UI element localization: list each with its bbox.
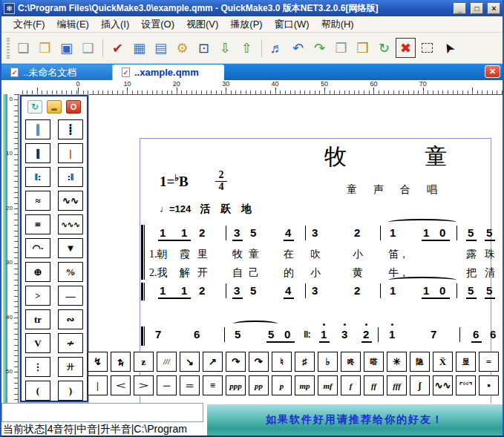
note-0[interactable]: 0 bbox=[439, 226, 445, 239]
lyric-syllable[interactable]: 解 bbox=[180, 266, 190, 280]
flat-button[interactable]: ♭ bbox=[318, 352, 338, 372]
note-5[interactable]: 5 bbox=[486, 284, 492, 297]
menu-item-6[interactable]: 播放(P) bbox=[224, 16, 268, 33]
midi-notes-button[interactable]: ♬ bbox=[266, 38, 287, 58]
trill-button[interactable]: tr bbox=[25, 309, 50, 329]
note-1[interactable]: 1 bbox=[321, 328, 327, 341]
lyric-syllable[interactable]: 露 bbox=[466, 248, 477, 261]
minimize-button[interactable]: _ bbox=[454, 3, 466, 14]
asterisk-button[interactable]: ✳ bbox=[387, 352, 407, 372]
barline[interactable] bbox=[380, 283, 381, 298]
inverted-turn-button[interactable]: ≁ bbox=[58, 333, 83, 353]
paste-button[interactable]: ❒ bbox=[353, 38, 373, 58]
gliss-up-button[interactable]: ↯ bbox=[111, 352, 131, 372]
time-signature[interactable]: 2 4 bbox=[215, 170, 227, 192]
note-3[interactable]: 3 bbox=[234, 226, 240, 239]
lyric-syllable[interactable]: 吹 bbox=[310, 248, 321, 261]
dynamic-fff-button[interactable]: fff bbox=[387, 375, 407, 395]
note-1[interactable]: 1 bbox=[160, 226, 166, 239]
octave-bracket-button[interactable]: ⌜°°⌝ bbox=[456, 375, 476, 395]
show-button[interactable]: 显 bbox=[456, 352, 476, 372]
lyric-syllable[interactable]: 牧 bbox=[232, 248, 243, 261]
promo-banner[interactable]: 如果软件好用请推荐给你的好友！ bbox=[207, 404, 503, 436]
note-2[interactable]: 2 bbox=[354, 226, 360, 239]
dynamic-ppp-button[interactable]: ppp bbox=[226, 375, 246, 395]
double-barline-button[interactable]: ∥ bbox=[25, 143, 50, 163]
wavy-short-button[interactable]: ∿∿ bbox=[58, 191, 83, 211]
dot-mark-button[interactable]: ▪ bbox=[479, 375, 499, 395]
lyric-syllable[interactable]: 里 bbox=[197, 248, 208, 261]
menu-item-8[interactable]: 帮助(H) bbox=[315, 16, 360, 33]
note-1[interactable]: 1 bbox=[423, 226, 429, 239]
menu-item-1[interactable]: 文件(F) bbox=[7, 16, 51, 33]
note-1[interactable]: 1 bbox=[181, 226, 187, 239]
power-icon[interactable]: O bbox=[66, 100, 81, 114]
dynamic-mf-button[interactable]: mf bbox=[318, 375, 338, 395]
note-2[interactable]: 2 bbox=[199, 226, 205, 239]
note-3[interactable]: 3 bbox=[312, 226, 318, 239]
close-button[interactable]: × bbox=[488, 3, 500, 14]
barline[interactable] bbox=[226, 226, 226, 240]
dynamic-p-button[interactable]: p bbox=[272, 375, 292, 395]
note-3[interactable]: 3 bbox=[341, 328, 347, 341]
note-4[interactable]: 4 bbox=[285, 226, 291, 239]
note-5[interactable]: 5 bbox=[250, 284, 256, 297]
segno-button[interactable]: % bbox=[58, 262, 83, 282]
menu-item-7[interactable]: 窗口(W) bbox=[269, 16, 315, 33]
lyric-syllable[interactable]: 2.我 bbox=[149, 266, 168, 280]
lyric-syllable[interactable]: 童 bbox=[249, 248, 259, 261]
dynamic-f-button[interactable]: f bbox=[341, 375, 361, 395]
note-5[interactable]: 5 bbox=[250, 226, 256, 239]
note-7[interactable]: 7 bbox=[431, 328, 436, 341]
decrescendo-button[interactable]: > bbox=[134, 375, 154, 395]
repeat-end-button[interactable]: :‖ bbox=[58, 167, 83, 187]
thick-double-barline-button[interactable]: ║ bbox=[25, 119, 50, 139]
equals-button[interactable]: = bbox=[479, 352, 499, 372]
note-7[interactable]: 7 bbox=[155, 328, 161, 341]
lyric-syllable[interactable]: 自 bbox=[232, 266, 243, 280]
tenuto-button[interactable]: — bbox=[58, 286, 83, 306]
lyric-syllable[interactable]: 牛， bbox=[388, 266, 409, 280]
accent-button[interactable]: > bbox=[25, 286, 50, 306]
bracket-symbol-button[interactable]: 廾 bbox=[58, 357, 83, 377]
vertical-line-button[interactable]: | bbox=[88, 375, 108, 395]
coda-button[interactable]: ⊕ bbox=[25, 262, 50, 282]
import-down-button[interactable]: ⇩ bbox=[215, 38, 235, 58]
note-2[interactable]: 2 bbox=[363, 328, 369, 341]
note-3[interactable]: 3 bbox=[234, 284, 240, 297]
one-beat-line-button[interactable]: ─ bbox=[157, 375, 177, 395]
note-1[interactable]: 1 bbox=[390, 284, 396, 297]
new-document-button[interactable]: ❏ bbox=[13, 38, 33, 58]
settings-gears-button[interactable]: ⚙ bbox=[172, 38, 192, 58]
note-6[interactable]: 6 bbox=[194, 328, 200, 341]
dynamic-pp-button[interactable]: pp bbox=[249, 375, 269, 395]
fermata-button[interactable]: ◠· bbox=[25, 238, 50, 258]
lyric-syllable[interactable]: 1.朝 bbox=[149, 248, 168, 261]
lyric-syllable[interactable]: 小 bbox=[310, 266, 321, 280]
note-1[interactable]: 1 bbox=[160, 284, 166, 297]
slide-down-button[interactable]: ↘ bbox=[180, 352, 200, 372]
tremolo-slashes-button[interactable]: /// bbox=[157, 352, 177, 372]
note-2[interactable]: 2 bbox=[354, 284, 360, 297]
note-5[interactable]: 5 bbox=[468, 226, 474, 239]
note-4[interactable]: 4 bbox=[285, 284, 291, 297]
note-5[interactable]: 5 bbox=[468, 284, 474, 297]
status-input[interactable] bbox=[1, 403, 203, 422]
gliss-down-button[interactable]: ↯ bbox=[88, 352, 108, 372]
barline[interactable] bbox=[224, 327, 225, 342]
lyric-syllable[interactable]: 的 bbox=[284, 266, 294, 280]
lyric-syllable[interactable]: 在 bbox=[284, 248, 294, 261]
score-list-view-button[interactable]: ▤ bbox=[151, 38, 171, 58]
export-up-button[interactable]: ⇧ bbox=[237, 38, 257, 58]
barline[interactable] bbox=[459, 327, 460, 342]
tab-inactive-1[interactable]: ✓..未命名文档 bbox=[1, 65, 113, 80]
note-3[interactable]: 3 bbox=[312, 284, 318, 297]
close-document-icon[interactable]: ✕ bbox=[485, 65, 500, 78]
lyric-syllable[interactable]: 笛， bbox=[388, 248, 409, 261]
print-button[interactable]: ❑ bbox=[78, 38, 98, 58]
lyric-syllable[interactable]: 清 bbox=[485, 266, 495, 280]
refresh-icon[interactable]: ↻ bbox=[27, 100, 42, 114]
horizontal-wavy-button[interactable]: ∿∿ bbox=[433, 375, 453, 395]
tab-active-2[interactable]: ✓..xample.qmm bbox=[113, 65, 224, 80]
redo-button[interactable]: ↷ bbox=[310, 38, 330, 58]
